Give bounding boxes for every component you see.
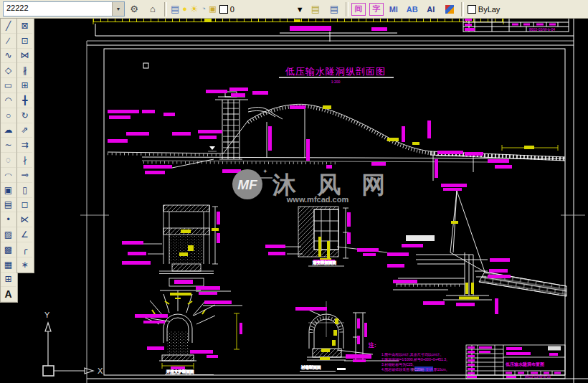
ellipse-arc-button[interactable]: ◠ bbox=[1, 168, 16, 183]
find-label: 间 bbox=[354, 4, 362, 14]
extend-icon: ⊸ bbox=[21, 170, 28, 180]
annotation-ab-button[interactable]: AB bbox=[404, 1, 421, 17]
line-button[interactable]: ╱ bbox=[1, 19, 16, 34]
explode-icon: ∗ bbox=[21, 260, 28, 270]
rotate-icon: ↻ bbox=[21, 110, 28, 120]
toolbar-separator bbox=[346, 2, 348, 16]
scale-button[interactable]: ⇗ bbox=[17, 123, 32, 138]
stretch-icon: ⇉ bbox=[21, 140, 28, 150]
layer-viewport-globe-icon[interactable]: ◔ bbox=[201, 5, 207, 13]
format-painter-button[interactable] bbox=[441, 1, 458, 17]
arc-button[interactable]: ◠ bbox=[1, 93, 16, 108]
mtext-button[interactable]: A bbox=[1, 287, 16, 302]
ai-text-button[interactable]: AI bbox=[422, 1, 440, 17]
explode-button[interactable]: ∗ bbox=[17, 257, 32, 273]
fillet-button[interactable]: ╭ bbox=[17, 242, 32, 257]
break-at-point-icon: ▯ bbox=[22, 185, 27, 195]
gradient-button[interactable]: ▩ bbox=[1, 242, 16, 257]
drawing-canvas[interactable]: 输水隧洞平面布置图 8603-03/W-b-04 低压输水隧洞纵剖面图 1:20… bbox=[0, 0, 588, 383]
stretch-button[interactable]: ⇉ bbox=[17, 138, 32, 153]
mtext-icon: A bbox=[4, 288, 11, 300]
region-button[interactable]: ▦ bbox=[1, 257, 16, 273]
make-block-button[interactable]: ▤ bbox=[1, 198, 16, 213]
hatch-icon: ▨ bbox=[4, 230, 12, 240]
array-button[interactable]: ⊞ bbox=[17, 78, 32, 93]
layer-lock-icon[interactable]: ▣ bbox=[209, 5, 216, 13]
text-style-button[interactable]: 字 bbox=[369, 3, 384, 16]
note-line-2: 2.隧洞底坡i=1/1000,桩号0+000~0+451.3。 bbox=[381, 357, 450, 362]
extend-button[interactable]: ⊸ bbox=[17, 168, 32, 183]
spline-icon: ∼ bbox=[4, 140, 11, 150]
break-button[interactable]: ◻ bbox=[17, 198, 32, 213]
tunnel-b-section-title: 衬砌断面图 bbox=[301, 365, 321, 370]
trim-button[interactable]: ∤ bbox=[17, 153, 32, 168]
layer-freeze-sun-icon[interactable]: ☀ bbox=[190, 4, 199, 14]
layer-on-bulb-icon[interactable]: ● bbox=[182, 5, 187, 13]
find-text-button[interactable]: 间 bbox=[351, 3, 366, 16]
mirror-icon: ⋈ bbox=[21, 50, 29, 60]
offset-button[interactable]: ∦ bbox=[17, 63, 32, 78]
ab-label: AB bbox=[407, 5, 418, 14]
note-line-1: 1.图中高程以m计,其余尺寸均以cm计。 bbox=[381, 352, 443, 357]
polygon-icon: ◇ bbox=[5, 65, 11, 75]
chevron-down-icon[interactable]: ▼ bbox=[296, 5, 306, 14]
modify-toolbar: ⊠ ⊡ ⋈ ∦ ⊞ ╋ ↻ ⇗ ⇉ ∤ ⊸ ▯ ◻ ⋉ ∠ ╭ ∗ bbox=[16, 18, 34, 273]
copy-icon: ⊡ bbox=[21, 36, 28, 46]
chamfer-button[interactable]: ∠ bbox=[17, 227, 32, 242]
transition-section-title: 渐变段剖面图 bbox=[313, 260, 336, 265]
construction-line-icon: ∕ bbox=[7, 36, 9, 46]
watermark-logo: MF bbox=[237, 177, 258, 192]
point-button[interactable]: • bbox=[1, 212, 16, 227]
style-label: 字 bbox=[372, 4, 380, 14]
ai-label: AI bbox=[427, 5, 435, 14]
chamfer-icon: ∠ bbox=[21, 230, 29, 240]
layer-combobox-value: 22222 bbox=[4, 2, 112, 16]
array-icon: ⊞ bbox=[21, 80, 28, 90]
revision-cloud-button[interactable]: ☁ bbox=[1, 123, 16, 138]
chevron-down-icon[interactable]: ▼ bbox=[112, 2, 124, 16]
layer-combobox[interactable]: 22222 ▼ bbox=[3, 1, 125, 16]
mirror-button[interactable]: ⋈ bbox=[17, 49, 32, 64]
ellipse-button[interactable]: ◌ bbox=[1, 153, 16, 168]
watermark-url: www.mfcad.com bbox=[286, 195, 349, 204]
color-control-value: ByLay bbox=[478, 5, 501, 14]
hatch-button[interactable]: ▨ bbox=[1, 227, 16, 242]
top-toolbar: 22222 ▼ ⚙ ⌂ ▤ ● ☀ ◔ ▣ 0 ▼ ▤ ▤ 间 字 Ml AB … bbox=[0, 0, 588, 19]
copy-button[interactable]: ⊡ bbox=[17, 34, 32, 49]
rotate-button[interactable]: ↻ bbox=[17, 108, 32, 123]
break-at-point-button[interactable]: ▯ bbox=[17, 183, 32, 198]
erase-button[interactable]: ⊠ bbox=[17, 19, 32, 34]
watermark-name: 沐 风 网 bbox=[272, 171, 392, 198]
arc-icon: ◠ bbox=[4, 95, 11, 105]
offset-icon: ∦ bbox=[23, 65, 27, 75]
construction-line-button[interactable]: ∕ bbox=[1, 34, 16, 49]
layer-properties-button[interactable]: ⚙ bbox=[125, 1, 143, 17]
table-button[interactable]: ⊞ bbox=[1, 273, 16, 288]
make-block-icon: ▤ bbox=[4, 199, 12, 209]
layer-previous-button[interactable]: ⌂ bbox=[144, 1, 161, 17]
current-layer-name: 0 bbox=[230, 5, 234, 14]
notes-heading: 注: bbox=[368, 342, 376, 349]
layers-blue-icon: ▤ bbox=[330, 4, 338, 14]
layer-states-button[interactable]: ▤ bbox=[326, 1, 343, 17]
cad-application-window: 输水隧洞平面布置图 8603-03/W-b-04 低压输水隧洞纵剖面图 1:20… bbox=[0, 0, 588, 383]
ucs-x-label: X bbox=[98, 367, 103, 375]
note-line-3: 3.衬砌砼标号为C25。 bbox=[381, 362, 416, 367]
rectangle-button[interactable]: ▭ bbox=[1, 78, 16, 93]
polyline-button[interactable]: ∿ bbox=[1, 49, 16, 64]
layers-stack-icon[interactable]: ▤ bbox=[171, 4, 179, 14]
multiline-text-button[interactable]: Ml bbox=[385, 1, 402, 17]
format-brush-icon bbox=[445, 5, 454, 14]
fillet-icon: ╭ bbox=[22, 245, 27, 255]
spline-button[interactable]: ∼ bbox=[1, 138, 16, 153]
make-object-layer-current-button[interactable]: ▤ bbox=[307, 1, 324, 17]
move-button[interactable]: ╋ bbox=[17, 93, 32, 108]
circle-button[interactable]: ○ bbox=[1, 108, 16, 123]
layer-color-swatch[interactable] bbox=[219, 5, 228, 14]
color-control-swatch[interactable] bbox=[468, 5, 476, 14]
insert-block-button[interactable]: ▣ bbox=[1, 183, 16, 198]
polygon-button[interactable]: ◇ bbox=[1, 63, 16, 78]
join-button[interactable]: ⋉ bbox=[17, 212, 32, 227]
region-icon: ▦ bbox=[4, 260, 12, 270]
note-line-4: 4.围岩破碎段采用 喷C20砼 支护,厚10cm。 bbox=[381, 367, 450, 372]
